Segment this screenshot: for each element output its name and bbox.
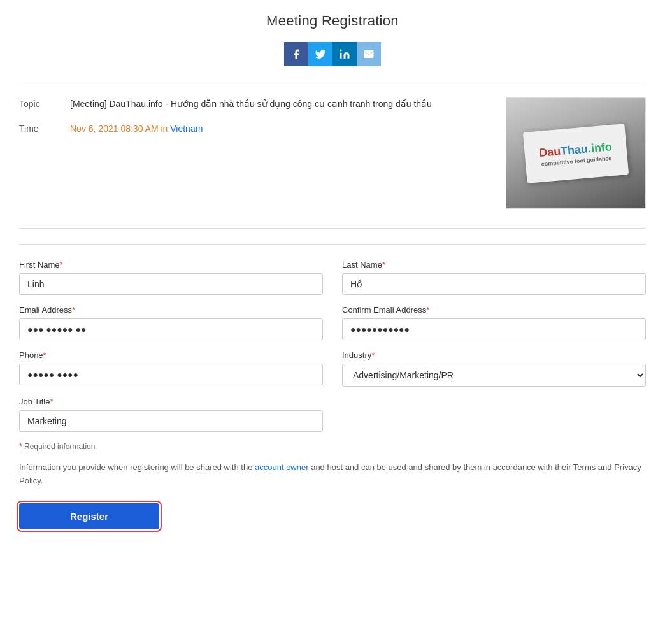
topic-label: Topic [19, 97, 57, 109]
time-row: Time Nov 6, 2021 08:30 AM in Vietnam [19, 122, 493, 136]
time-value: Nov 6, 2021 08:30 AM in Vietnam [70, 122, 203, 136]
topic-row: Topic [Meeting] DauThau.info - Hướng dẫn… [19, 97, 493, 111]
job-title-group: Job Title* [19, 397, 323, 432]
job-title-input[interactable] [19, 410, 323, 432]
confirm-email-group: Confirm Email Address* [342, 305, 646, 340]
facebook-share-button[interactable] [284, 42, 308, 66]
twitter-share-button[interactable] [308, 42, 332, 66]
meeting-info-section: Topic [Meeting] DauThau.info - Hướng dẫn… [19, 97, 646, 209]
confirm-email-label: Confirm Email Address* [342, 305, 646, 315]
brand-logo: DauThau.info competitive tool guidance [538, 140, 613, 167]
confirm-email-input[interactable] [342, 318, 646, 340]
time-text: Nov 6, 2021 08:30 AM in [70, 124, 170, 134]
industry-required: * [371, 350, 375, 360]
first-name-required: * [60, 260, 63, 269]
register-button[interactable]: Register [19, 503, 159, 529]
email-group: Email Address* [19, 305, 323, 340]
topic-value: [Meeting] DauThau.info - Hướng dẫn nhà t… [70, 97, 432, 111]
last-name-label: Last Name* [342, 260, 646, 269]
industry-label: Industry* [342, 350, 646, 360]
first-name-label: First Name* [19, 260, 323, 269]
industry-group: Industry* Advertising/Marketing/PR Agric… [342, 350, 646, 387]
phone-group: Phone* [19, 350, 323, 387]
phone-input[interactable] [19, 364, 323, 385]
time-label: Time [19, 122, 57, 134]
timezone-link[interactable]: Vietnam [170, 124, 203, 134]
required-star: * [19, 442, 22, 451]
last-name-group: Last Name* [342, 260, 646, 295]
top-divider [19, 82, 646, 82]
job-title-label: Job Title* [19, 397, 323, 406]
linkedin-share-button[interactable] [332, 42, 357, 66]
email-label: Email Address* [19, 305, 323, 315]
industry-select[interactable]: Advertising/Marketing/PR Agriculture Con… [342, 364, 646, 387]
required-note: * Required information [19, 442, 646, 451]
email-required: * [72, 305, 75, 315]
phone-required: * [43, 350, 46, 360]
meeting-image: DauThau.info competitive tool guidance [506, 97, 646, 209]
privacy-text-1: Information you provide when registering… [19, 462, 255, 472]
last-name-required: * [382, 260, 385, 269]
registration-form: First Name* Last Name* Email Address* [19, 244, 646, 529]
brand-card: DauThau.info competitive tool guidance [523, 124, 629, 183]
last-name-input[interactable] [342, 273, 646, 295]
email-share-button[interactable] [357, 42, 381, 66]
email-input[interactable] [19, 318, 323, 340]
first-name-input[interactable] [19, 273, 323, 295]
first-name-group: First Name* [19, 260, 323, 295]
page-title: Meeting Registration [19, 13, 646, 29]
privacy-note: Information you provide when registering… [19, 461, 646, 488]
form-divider [19, 228, 646, 229]
form-grid: First Name* Last Name* Email Address* [19, 260, 646, 432]
svg-point-0 [340, 50, 342, 52]
meeting-details: Topic [Meeting] DauThau.info - Hướng dẫn… [19, 97, 493, 147]
social-share-bar [19, 42, 646, 66]
confirm-email-required: * [426, 305, 429, 315]
account-owner-link[interactable]: account owner [255, 462, 309, 472]
phone-label: Phone* [19, 350, 323, 360]
job-title-required: * [50, 397, 53, 406]
